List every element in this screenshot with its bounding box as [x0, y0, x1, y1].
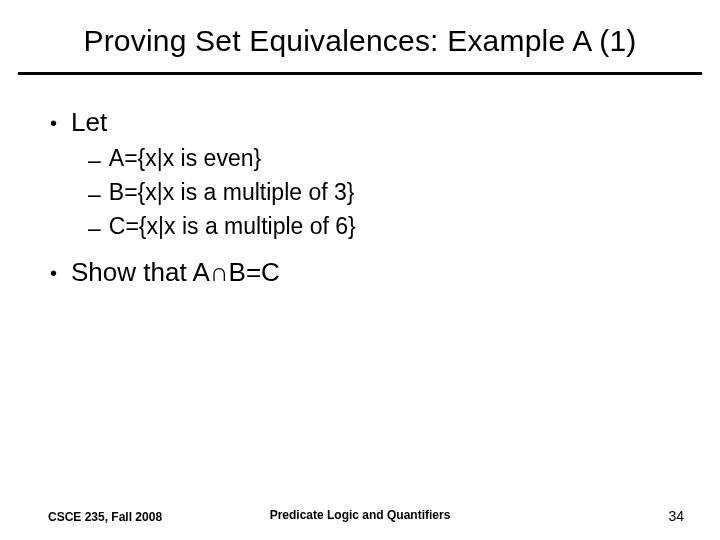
bullet-let: • Let [48, 107, 672, 139]
footer-center: Predicate Logic and Quantifiers [270, 508, 451, 522]
slide-title: Proving Set Equivalences: Example A (1) [0, 24, 720, 72]
bullet-set-b: – B={x|x is a multiple of 3} [88, 179, 672, 209]
bullet-let-text: Let [71, 107, 107, 138]
bullet-dash-icon: – [88, 145, 101, 175]
bullet-set-a: – A={x|x is even} [88, 145, 672, 175]
show-suffix: B=C [229, 257, 280, 287]
bullet-show: • Show that A∩B=C [48, 257, 672, 289]
bullet-set-c: – C={x|x is a multiple of 6} [88, 213, 672, 243]
bullet-set-b-text: B={x|x is a multiple of 3} [109, 179, 355, 206]
bullet-dash-icon: – [88, 179, 101, 209]
bullet-show-text: Show that A∩B=C [71, 257, 280, 288]
bullet-set-a-text: A={x|x is even} [109, 145, 261, 172]
bullet-dot-icon: • [50, 257, 57, 289]
intersection-symbol: ∩ [210, 258, 229, 287]
bullet-dot-icon: • [50, 107, 57, 139]
bullet-set-c-text: C={x|x is a multiple of 6} [109, 213, 356, 240]
slide: Proving Set Equivalences: Example A (1) … [0, 0, 720, 540]
bullet-dash-icon: – [88, 213, 101, 243]
show-prefix: Show that A [71, 257, 210, 287]
slide-content: • Let – A={x|x is even} – B={x|x is a mu… [0, 75, 720, 289]
footer-page-number: 34 [668, 508, 684, 524]
slide-footer: CSCE 235, Fall 2008 Predicate Logic and … [0, 508, 720, 524]
footer-left: CSCE 235, Fall 2008 [48, 510, 162, 524]
